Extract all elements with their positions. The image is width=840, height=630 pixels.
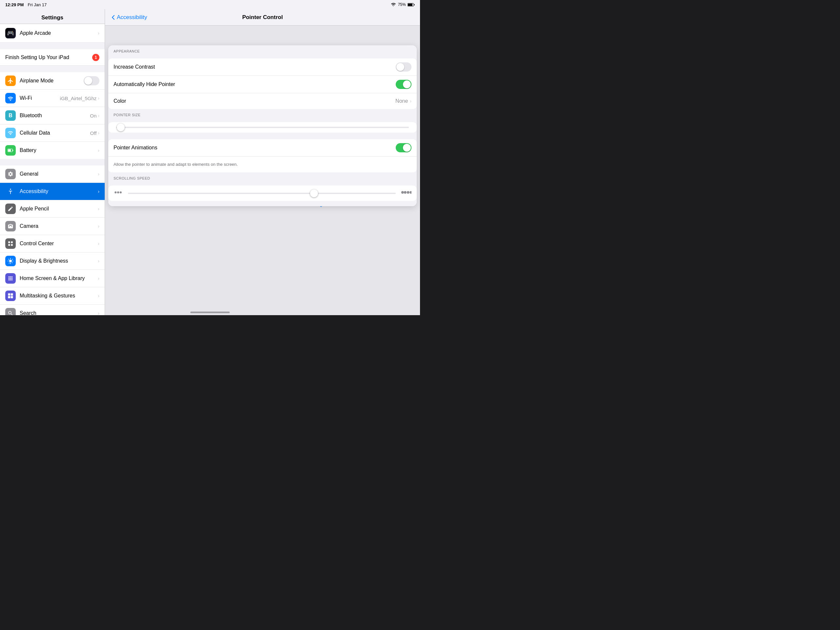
multitasking-chevron: › bbox=[98, 293, 99, 298]
sidebar-item-accessibility[interactable]: Accessibility › bbox=[0, 183, 105, 200]
settings-group-connectivity: Airplane Mode Wi-Fi iGB_Airtel_5Ghz › B … bbox=[0, 72, 105, 159]
general-label: General bbox=[20, 171, 98, 177]
settings-group-system: General › Accessibility › Apple Pencil › bbox=[0, 165, 105, 315]
battery-chevron: › bbox=[98, 148, 99, 153]
bluetooth-chevron: › bbox=[98, 113, 99, 118]
multitasking-icon bbox=[5, 291, 16, 301]
increase-contrast-row[interactable]: Increase Contrast bbox=[108, 59, 417, 76]
pointer-animations-toggle[interactable] bbox=[396, 143, 412, 152]
display-label: Display & Brightness bbox=[20, 258, 98, 264]
pencil-chevron: › bbox=[98, 206, 99, 211]
control-center-icon bbox=[5, 238, 16, 249]
control-center-label: Control Center bbox=[20, 241, 98, 247]
cellular-chevron: › bbox=[98, 130, 99, 136]
pointer-size-slider-row[interactable] bbox=[108, 122, 417, 133]
wifi-icon bbox=[5, 93, 16, 103]
sidebar-item-display[interactable]: Display & Brightness › bbox=[0, 252, 105, 270]
appearance-header: APPEARANCE bbox=[108, 45, 417, 55]
search-chevron: › bbox=[98, 310, 99, 315]
bluetooth-label: Bluetooth bbox=[20, 112, 90, 119]
color-label: Color bbox=[114, 98, 395, 104]
sidebar-item-airplane-mode[interactable]: Airplane Mode bbox=[0, 72, 105, 90]
scroll-slow-icon bbox=[114, 189, 123, 197]
sidebar-item-search[interactable]: Search › bbox=[0, 305, 105, 315]
airplane-mode-icon bbox=[5, 76, 16, 86]
increase-contrast-label: Increase Contrast bbox=[114, 64, 396, 70]
svg-point-21 bbox=[407, 191, 409, 194]
pointer-size-header: POINTER SIZE bbox=[108, 109, 417, 119]
bluetooth-icon: B bbox=[5, 110, 16, 121]
svg-point-19 bbox=[401, 191, 404, 194]
wifi-value: iGB_Airtel_5Ghz bbox=[60, 95, 97, 101]
home-screen-icon bbox=[5, 273, 16, 283]
wifi-chevron: › bbox=[98, 95, 99, 101]
sidebar-item-bluetooth[interactable]: B Bluetooth On › bbox=[0, 107, 105, 124]
chevron-icon: › bbox=[98, 30, 99, 36]
pointer-animations-description: Allow the pointer to animate and adapt t… bbox=[114, 161, 238, 168]
pointer-animations-section: Pointer Animations Allow the pointer to … bbox=[108, 133, 417, 173]
sidebar-item-cellular[interactable]: Cellular Data Off › bbox=[0, 124, 105, 142]
display-icon bbox=[5, 256, 16, 266]
sidebar-item-wifi[interactable]: Wi-Fi iGB_Airtel_5Ghz › bbox=[0, 90, 105, 107]
svg-rect-7 bbox=[8, 241, 10, 243]
pointer-size-section: POINTER SIZE bbox=[108, 109, 417, 133]
sidebar-item-battery[interactable]: Battery › bbox=[0, 142, 105, 159]
color-chevron: › bbox=[410, 98, 412, 104]
appearance-rows: Increase Contrast Automatically Hide Poi… bbox=[108, 59, 417, 109]
cellular-icon bbox=[5, 128, 16, 138]
home-indicator bbox=[190, 312, 230, 313]
display-chevron: › bbox=[98, 258, 99, 264]
svg-point-22 bbox=[409, 191, 412, 194]
sidebar-item-general[interactable]: General › bbox=[0, 165, 105, 183]
svg-rect-8 bbox=[11, 241, 13, 243]
airplane-mode-label: Airplane Mode bbox=[20, 78, 84, 84]
scrolling-speed-row bbox=[108, 185, 417, 201]
sidebar-item-multitasking[interactable]: Multitasking & Gestures › bbox=[0, 287, 105, 305]
battery-label: Battery bbox=[20, 147, 98, 153]
color-row[interactable]: Color None › bbox=[108, 93, 417, 109]
auto-hide-row[interactable]: Automatically Hide Pointer bbox=[108, 76, 417, 93]
pointer-animations-row[interactable]: Pointer Animations bbox=[108, 139, 417, 157]
sidebar-item-finish-setup[interactable]: Finish Setting Up Your iPad 1 bbox=[0, 49, 105, 66]
svg-point-16 bbox=[115, 192, 117, 193]
pointer-size-track[interactable] bbox=[116, 127, 409, 128]
sidebar-item-camera[interactable]: Camera › bbox=[0, 218, 105, 235]
sidebar-item-apple-arcade[interactable]: 🎮 Apple Arcade › bbox=[0, 24, 105, 43]
sidebar-header: Settings bbox=[0, 9, 105, 24]
svg-rect-2 bbox=[408, 4, 412, 6]
search-label: Search bbox=[20, 310, 98, 315]
auto-hide-toggle[interactable] bbox=[396, 80, 412, 89]
general-chevron: › bbox=[98, 171, 99, 177]
sidebar-item-apple-pencil[interactable]: Apple Pencil › bbox=[0, 200, 105, 218]
search-icon bbox=[5, 308, 16, 315]
camera-chevron: › bbox=[98, 223, 99, 229]
apple-pencil-label: Apple Pencil bbox=[20, 206, 98, 212]
status-bar: 12:29 PM Fri Jan 17 75% bbox=[0, 0, 420, 9]
svg-rect-9 bbox=[8, 244, 10, 246]
finish-setup-badge: 1 bbox=[92, 54, 99, 61]
finish-setup-label: Finish Setting Up Your iPad bbox=[5, 54, 92, 60]
pointer-size-thumb[interactable] bbox=[117, 123, 125, 131]
sidebar-title: Settings bbox=[41, 14, 63, 21]
sidebar-item-control-center[interactable]: Control Center › bbox=[0, 235, 105, 252]
svg-point-20 bbox=[404, 191, 407, 194]
increase-contrast-toggle[interactable] bbox=[396, 62, 412, 71]
sidebar-item-home-screen[interactable]: Home Screen & App Library › bbox=[0, 270, 105, 287]
scrolling-speed-header: SCROLLING SPEED bbox=[108, 173, 417, 182]
back-button[interactable]: Accessibility bbox=[112, 14, 147, 21]
scrolling-slider-row[interactable] bbox=[108, 185, 417, 201]
scrolling-thumb[interactable] bbox=[310, 190, 318, 197]
auto-hide-label: Automatically Hide Pointer bbox=[114, 81, 396, 87]
airplane-mode-toggle[interactable] bbox=[84, 76, 99, 85]
status-time: 12:29 PM bbox=[5, 2, 24, 7]
back-label: Accessibility bbox=[117, 14, 147, 21]
home-screen-label: Home Screen & App Library bbox=[20, 275, 98, 281]
scrolling-track[interactable] bbox=[128, 193, 396, 194]
bluetooth-value: On bbox=[90, 113, 96, 119]
scrolling-speed-section: SCROLLING SPEED bbox=[108, 173, 417, 206]
svg-point-17 bbox=[117, 192, 119, 193]
battery-status: 75% bbox=[398, 2, 415, 7]
pointer-control-card: APPEARANCE Increase Contrast Automatical… bbox=[108, 45, 417, 206]
pointer-animations-desc-row: Allow the pointer to animate and adapt t… bbox=[108, 157, 417, 173]
home-screen-chevron: › bbox=[98, 276, 99, 281]
